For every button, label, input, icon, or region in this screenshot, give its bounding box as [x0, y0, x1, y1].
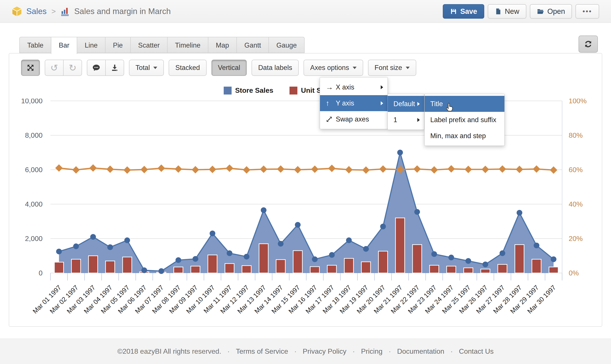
open-button[interactable]: Open — [530, 4, 572, 19]
download-button[interactable] — [105, 60, 124, 76]
margin-point — [260, 166, 267, 173]
submenu-caret-icon — [417, 118, 420, 122]
footer-link-contact-us[interactable]: Contact Us — [459, 347, 494, 355]
unit-sales-bar — [327, 265, 337, 273]
stacked-button-label: Stacked — [175, 64, 200, 72]
menu-item-1[interactable]: 1 — [388, 112, 424, 128]
store-sales-point — [244, 254, 249, 260]
tab-map[interactable]: Map — [208, 37, 237, 53]
undo-button[interactable]: ↺ — [45, 60, 64, 76]
report-icon — [61, 7, 70, 16]
tab-scatter[interactable]: Scatter — [130, 37, 168, 53]
tab-bar[interactable]: Bar — [51, 37, 77, 54]
submenu-caret-icon — [381, 101, 383, 105]
header-actions: Save New Open ••• — [443, 4, 599, 19]
tab-timeline[interactable]: Timeline — [167, 37, 208, 53]
margin-point — [448, 165, 455, 173]
breadcrumb-separator: > — [51, 7, 56, 15]
store-sales-point — [124, 237, 130, 243]
unit-sales-bar — [105, 261, 115, 273]
more-actions-button[interactable]: ••• — [575, 4, 599, 19]
new-button-label: New — [505, 7, 519, 15]
unit-sales-bar — [123, 257, 132, 273]
menu-item-label: Title — [430, 100, 443, 108]
unit-sales-bar — [191, 266, 200, 273]
menu-item-min-max-and-step[interactable]: Min, max and step — [425, 128, 504, 144]
store-sales-point — [295, 222, 301, 228]
tab-line[interactable]: Line — [77, 37, 105, 53]
axes-options-dropdown-button[interactable]: Axes options — [303, 60, 363, 76]
footer-separator: · — [227, 347, 230, 355]
chart-type-tabs: TableBarLinePieScatterTimelineMapGanttGa… — [19, 37, 305, 54]
chevron-down-icon — [353, 67, 357, 69]
comment-button[interactable] — [87, 60, 106, 76]
unit-sales-bar — [225, 264, 234, 273]
menu-item-label-prefix-and-suffix[interactable]: Label prefix and suffix — [425, 112, 504, 128]
footer-link-terms-of-service[interactable]: Terms of Service — [236, 347, 288, 355]
menu-item-label: Y axis — [336, 99, 354, 107]
store-sales-point — [397, 150, 403, 156]
footer-link-privacy-policy[interactable]: Privacy Policy — [303, 347, 346, 355]
footer-link-pricing[interactable]: Pricing — [361, 347, 382, 355]
app-window: Sales > Sales and margin in March — [0, 0, 611, 364]
y-axis-right-label: 40% — [569, 200, 583, 208]
unit-sales-bar — [447, 266, 456, 273]
new-button[interactable]: New — [488, 4, 526, 19]
refresh-button[interactable] — [579, 36, 598, 53]
breadcrumb-root-link[interactable]: Sales — [26, 7, 47, 16]
tab-table[interactable]: Table — [19, 37, 51, 53]
footer-link-documentation[interactable]: Documentation — [397, 347, 444, 355]
store-sales-point — [380, 224, 386, 229]
menu-item-x-axis[interactable]: →X axis — [320, 79, 388, 95]
store-sales-point — [261, 207, 266, 213]
unit-sales-bar — [481, 269, 490, 273]
unit-sales-bar — [532, 259, 541, 273]
menu-item-label: Swap axes — [336, 115, 369, 123]
margin-point — [499, 165, 506, 173]
tab-gauge[interactable]: Gauge — [268, 37, 305, 53]
font-size-dropdown-button[interactable]: Font size — [368, 60, 416, 76]
axes-options-button-label: Axes options — [310, 64, 349, 72]
menu-item-y-axis[interactable]: ↑Y axis — [320, 95, 388, 111]
margin-point — [123, 167, 131, 174]
vertical-button[interactable]: Vertical — [211, 60, 247, 76]
unit-sales-bar — [430, 265, 439, 273]
unit-sales-bar — [293, 251, 302, 273]
margin-point — [106, 166, 114, 173]
menu-item-title[interactable]: Title — [425, 96, 504, 112]
tab-pie[interactable]: Pie — [105, 37, 131, 53]
data-labels-button[interactable]: Data labels — [252, 60, 299, 76]
legend-swatch — [224, 87, 232, 94]
tab-gantt[interactable]: Gantt — [236, 37, 269, 53]
y-axis-right-label: 20% — [569, 235, 583, 243]
stacked-button[interactable]: Stacked — [169, 60, 206, 76]
redo-button[interactable]: ↻ — [63, 60, 82, 76]
menu-item-swap-axes[interactable]: Swap axes — [320, 111, 388, 127]
unit-sales-bar — [54, 262, 64, 273]
margin-point — [209, 166, 216, 173]
data-labels-button-label: Data labels — [258, 64, 292, 72]
total-dropdown-button[interactable]: Total — [129, 60, 164, 76]
undo-redo-group: ↺ ↻ — [45, 60, 82, 76]
menu-item-default[interactable]: Default — [388, 96, 424, 112]
refresh-icon — [584, 39, 593, 49]
expand-button[interactable] — [21, 60, 40, 76]
chart-canvas[interactable]: 00%2,00020%4,00040%6,00060%8,00080%10,00… — [9, 99, 602, 327]
default-submenu: TitleLabel prefix and suffixMin, max and… — [424, 94, 505, 146]
store-sales-point — [210, 231, 215, 236]
y-axis-left-label: 0 — [39, 269, 42, 277]
margin-point — [158, 164, 165, 172]
store-sales-point — [73, 243, 79, 249]
arrow-right-icon: → — [326, 83, 336, 91]
unit-sales-bar — [361, 262, 371, 273]
open-folder-icon — [537, 8, 544, 15]
save-button[interactable]: Save — [443, 4, 484, 19]
menu-item-label: 1 — [393, 116, 397, 124]
y-axis-left-label: 4,000 — [25, 200, 42, 208]
legend-item-store-sales[interactable]: Store Sales — [224, 86, 273, 94]
arrow-up-icon: ↑ — [326, 99, 336, 107]
margin-point — [516, 166, 523, 173]
redo-icon: ↻ — [69, 63, 76, 73]
footer-separator: · — [451, 347, 453, 355]
unit-sales-bar — [208, 255, 217, 273]
